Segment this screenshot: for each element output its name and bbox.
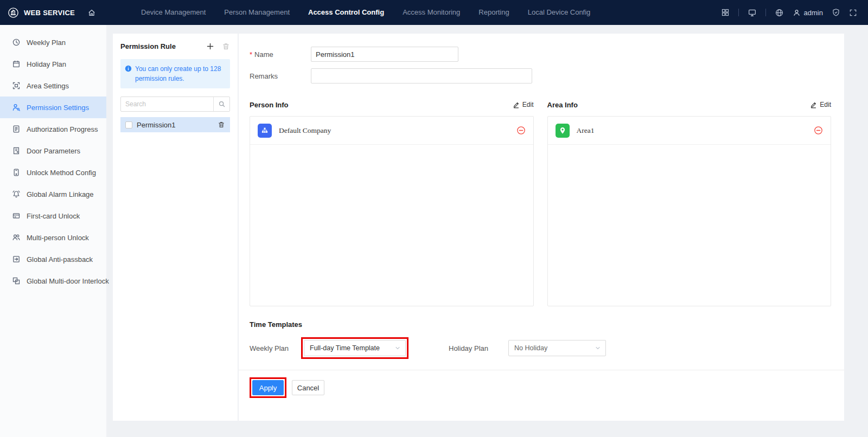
delete-rule-icon[interactable]: [218, 121, 225, 128]
sidebar: Weekly Plan Holiday Plan Area Settings P…: [0, 25, 106, 437]
remove-area-icon[interactable]: [814, 126, 823, 135]
sidebar-item-label: Holiday Plan: [27, 60, 66, 68]
cancel-button[interactable]: Cancel: [292, 380, 324, 395]
area-info-edit-button[interactable]: Edit: [810, 101, 831, 108]
area-info-title: Area Info: [547, 101, 578, 109]
info-icon: [125, 65, 132, 83]
brand-name: WEB SERVICE: [24, 9, 75, 17]
chevron-down-icon: [394, 345, 401, 351]
sidebar-item-area-settings[interactable]: Area Settings: [0, 75, 106, 97]
card-icon: [12, 211, 21, 220]
notice-text: You can only create up to 128 permission…: [135, 64, 225, 83]
annotation-highlight: Full-day Time Template: [301, 337, 409, 359]
user-name: admin: [804, 9, 823, 17]
document-progress-icon: [12, 125, 21, 133]
sidebar-item-global-multi-door-interlock[interactable]: Global Multi-door Interlock: [0, 270, 106, 292]
nav-access-control-config[interactable]: Access Control Config: [299, 0, 393, 25]
sidebar-item-door-parameters[interactable]: Door Parameters: [0, 140, 106, 162]
weekly-plan-select[interactable]: Full-day Time Template: [304, 340, 406, 356]
sidebar-item-global-anti-passback[interactable]: Global Anti-passback: [0, 248, 106, 270]
remove-person-icon[interactable]: [516, 126, 526, 135]
sidebar-item-label: Permission Settings: [27, 104, 89, 112]
nav-device-management[interactable]: Device Management: [132, 0, 215, 25]
search-icon[interactable]: [213, 97, 229, 111]
required-mark: *: [250, 50, 252, 59]
sidebar-item-unlock-method-config[interactable]: Unlock Method Config: [0, 162, 106, 183]
fullscreen-icon[interactable]: [849, 9, 857, 17]
rule-checkbox[interactable]: [125, 121, 132, 128]
person-info-item: Default Company: [250, 117, 533, 145]
shield-icon[interactable]: [832, 8, 840, 17]
rule-name: Permission1: [137, 121, 213, 129]
sidebar-item-label: First-card Unlock: [27, 212, 80, 220]
door-icon: [12, 146, 21, 155]
home-icon[interactable]: [87, 8, 96, 17]
sidebar-item-first-card-unlock[interactable]: First-card Unlock: [0, 205, 106, 227]
delete-rules-icon[interactable]: [222, 42, 230, 50]
calendar-icon: [12, 60, 21, 68]
user-menu[interactable]: admin: [793, 9, 823, 17]
rule-limit-notice: You can only create up to 128 permission…: [120, 59, 230, 88]
user-icon: [793, 9, 801, 17]
edit-pencil-icon: [513, 101, 520, 108]
area-info-box: Area1: [547, 116, 832, 306]
nav-local-device-config[interactable]: Local Device Config: [519, 0, 600, 25]
main-nav: Device Management Person Management Acce…: [132, 0, 599, 25]
topbar-right: admin: [721, 8, 868, 17]
sidebar-item-label: Global Alarm Linkage: [27, 190, 94, 198]
logo-icon: [8, 7, 19, 18]
sidebar-item-label: Global Multi-door Interlock: [27, 277, 109, 285]
sidebar-item-label: Global Anti-passback: [27, 255, 93, 264]
weekly-plan-label: Weekly Plan: [250, 344, 301, 352]
nav-access-monitoring[interactable]: Access Monitoring: [393, 0, 469, 25]
area-frame-icon: [12, 81, 21, 90]
brand: WEB SERVICE: [0, 7, 104, 18]
person-info-title: Person Info: [250, 101, 289, 109]
annotation-highlight: Apply: [250, 377, 286, 398]
alarm-bell-icon: [12, 190, 21, 198]
area-info-column: Area Info Edit: [547, 99, 832, 306]
remarks-label: Remarks: [250, 72, 311, 80]
search-input[interactable]: [121, 97, 213, 111]
rule-list-item-permission1[interactable]: Permission1: [120, 117, 230, 132]
sidebar-item-authorization-progress[interactable]: Authorization Progress: [0, 118, 106, 140]
globe-icon[interactable]: [775, 8, 784, 17]
area-info-item: Area1: [548, 117, 831, 145]
chevron-down-icon: [595, 345, 601, 351]
sidebar-item-permission-settings[interactable]: Permission Settings: [0, 97, 106, 118]
remarks-input[interactable]: [311, 68, 532, 83]
sidebar-item-label: Unlock Method Config: [27, 169, 96, 177]
name-input[interactable]: [311, 47, 458, 62]
edit-pencil-icon: [810, 101, 817, 108]
clock-icon: [12, 38, 21, 47]
person-info-edit-button[interactable]: Edit: [513, 101, 534, 108]
holiday-plan-label: Holiday Plan: [449, 344, 508, 352]
separator: [765, 9, 766, 16]
unlock-device-icon: [12, 168, 21, 177]
sidebar-item-label: Weekly Plan: [27, 38, 66, 47]
topbar: WEB SERVICE Device Management Person Man…: [0, 0, 868, 25]
sidebar-item-global-alarm-linkage[interactable]: Global Alarm Linkage: [0, 183, 106, 205]
nav-reporting[interactable]: Reporting: [469, 0, 518, 25]
panel-title: Permission Rule: [120, 42, 199, 50]
apps-grid-icon[interactable]: [721, 8, 730, 17]
time-templates-title: Time Templates: [250, 320, 831, 329]
sidebar-item-label: Door Parameters: [27, 147, 80, 155]
person-info-box: Default Company: [250, 116, 534, 306]
sidebar-item-holiday-plan[interactable]: Holiday Plan: [0, 53, 106, 75]
interlock-icon: [12, 277, 21, 285]
search-box: [120, 97, 230, 112]
device-icon[interactable]: [748, 8, 757, 17]
add-rule-icon[interactable]: [206, 42, 214, 50]
holiday-plan-select[interactable]: No Holiday: [508, 340, 606, 356]
sidebar-item-label: Area Settings: [27, 82, 69, 90]
apply-button[interactable]: Apply: [252, 380, 284, 395]
anti-passback-icon: [12, 255, 21, 264]
nav-person-management[interactable]: Person Management: [215, 0, 299, 25]
separator: [738, 9, 739, 16]
sidebar-item-weekly-plan[interactable]: Weekly Plan: [0, 31, 106, 53]
multi-person-icon: [12, 233, 21, 242]
name-label: * Name: [250, 50, 311, 59]
area-pin-icon: [556, 124, 570, 138]
sidebar-item-multi-person-unlock[interactable]: Multi-person Unlock: [0, 227, 106, 248]
